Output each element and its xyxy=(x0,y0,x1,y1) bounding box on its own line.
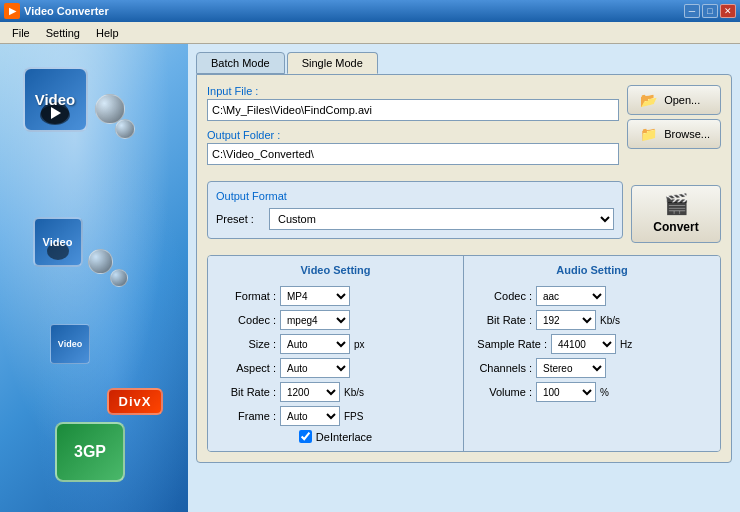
sidebar-video-icon-mid: Video xyxy=(30,214,85,269)
disc-icon-2 xyxy=(115,119,135,139)
video-frame-row: Frame : Auto242530 FPS xyxy=(216,406,455,426)
audio-channels-label: Channels : xyxy=(472,362,532,374)
menu-setting[interactable]: Setting xyxy=(38,25,88,41)
menu-file[interactable]: File xyxy=(4,25,38,41)
audio-bitrate-select[interactable]: 192128256320 xyxy=(536,310,596,330)
open-button[interactable]: 📂 Open... xyxy=(627,85,721,115)
audio-volume-row: Volume : 10080120 % xyxy=(472,382,712,402)
audio-bitrate-row: Bit Rate : 192128256320 Kb/s xyxy=(472,310,712,330)
app-icon: ▶ xyxy=(4,3,20,19)
video-format-label: Format : xyxy=(216,290,276,302)
preset-row: Preset : Custom DVD VCD AVI MP4 3GP xyxy=(216,208,614,230)
browse-button[interactable]: 📁 Browse... xyxy=(627,119,721,149)
audio-codec-select[interactable]: aacmp3wma xyxy=(536,286,606,306)
window-title: Video Converter xyxy=(24,5,109,17)
video-size-select[interactable]: Auto320x240640x480 xyxy=(280,334,350,354)
open-icon: 📂 xyxy=(638,90,658,110)
top-inputs: Input File : Output Folder : xyxy=(207,85,619,173)
audio-channels-select[interactable]: StereoMono xyxy=(536,358,606,378)
audio-codec-label: Codec : xyxy=(472,290,532,302)
sidebar-video-icon-small: Video xyxy=(50,324,90,364)
output-format-section: Output Format Preset : Custom DVD VCD AV… xyxy=(207,181,623,239)
audio-volume-label: Volume : xyxy=(472,386,532,398)
input-file-group: Input File : xyxy=(207,85,619,121)
convert-icon: 🎬 xyxy=(666,194,686,214)
video-frame-label: Frame : xyxy=(216,410,276,422)
output-folder-label: Output Folder : xyxy=(207,129,619,141)
video-format-select[interactable]: MP4AVIMOVWMV xyxy=(280,286,350,306)
video-frame-unit: FPS xyxy=(344,411,363,422)
video-codec-select[interactable]: mpeg4xviddivxh264 xyxy=(280,310,350,330)
preset-select[interactable]: Custom DVD VCD AVI MP4 3GP xyxy=(269,208,614,230)
output-folder-group: Output Folder : xyxy=(207,129,619,165)
video-aspect-row: Aspect : Auto4:316:9 xyxy=(216,358,455,378)
settings-grid: Video Setting Format : MP4AVIMOVWMV Code… xyxy=(207,255,721,452)
sidebar: Video Video Video DivX 3G xyxy=(0,44,188,512)
video-settings-col: Video Setting Format : MP4AVIMOVWMV Code… xyxy=(208,256,464,451)
input-file-label: Input File : xyxy=(207,85,619,97)
audio-sample-unit: Hz xyxy=(620,339,632,350)
tab-batch-mode[interactable]: Batch Mode xyxy=(196,52,285,74)
output-folder-field[interactable] xyxy=(207,143,619,165)
top-buttons: 📂 Open... 📁 Browse... xyxy=(627,85,721,173)
deinterlace-row: DeInterlace xyxy=(216,430,455,443)
convert-btn-container: 🎬 Convert xyxy=(631,181,721,247)
audio-bitrate-unit: Kb/s xyxy=(600,315,620,326)
audio-codec-row: Codec : aacmp3wma xyxy=(472,286,712,306)
video-codec-row: Codec : mpeg4xviddivxh264 xyxy=(216,310,455,330)
video-aspect-label: Aspect : xyxy=(216,362,276,374)
audio-volume-unit: % xyxy=(600,387,609,398)
audio-sample-row: Sample Rate : 441002205048000 Hz xyxy=(472,334,712,354)
main-panel: Input File : Output Folder : 📂 Open... xyxy=(196,74,732,463)
video-settings-title: Video Setting xyxy=(216,264,455,280)
video-codec-label: Codec : xyxy=(216,314,276,326)
video-bitrate-label: Bit Rate : xyxy=(216,386,276,398)
output-format-title: Output Format xyxy=(216,190,614,202)
sidebar-video-icon-top: Video xyxy=(20,64,90,134)
audio-bitrate-label: Bit Rate : xyxy=(472,314,532,326)
minimize-button[interactable]: ─ xyxy=(684,4,700,18)
menu-bar: File Setting Help xyxy=(0,22,740,44)
tab-bar: Batch Mode Single Mode xyxy=(196,52,732,74)
convert-button[interactable]: 🎬 Convert xyxy=(631,185,721,243)
video-size-row: Size : Auto320x240640x480 px xyxy=(216,334,455,354)
video-aspect-select[interactable]: Auto4:316:9 xyxy=(280,358,350,378)
menu-help[interactable]: Help xyxy=(88,25,127,41)
audio-sample-label: Sample Rate : xyxy=(472,338,547,350)
sidebar-3gp-icon: 3GP xyxy=(50,412,130,492)
close-button[interactable]: ✕ xyxy=(720,4,736,18)
deinterlace-label: DeInterlace xyxy=(316,431,372,443)
audio-volume-select[interactable]: 10080120 xyxy=(536,382,596,402)
video-size-label: Size : xyxy=(216,338,276,350)
preset-label: Preset : xyxy=(216,213,261,225)
disc-icon-4 xyxy=(110,269,128,287)
video-format-row: Format : MP4AVIMOVWMV xyxy=(216,286,455,306)
audio-channels-row: Channels : StereoMono xyxy=(472,358,712,378)
video-bitrate-row: Bit Rate : 120080015002000 Kb/s xyxy=(216,382,455,402)
audio-settings-col: Audio Setting Codec : aacmp3wma Bit Rate… xyxy=(464,256,720,451)
deinterlace-checkbox[interactable] xyxy=(299,430,312,443)
video-frame-select[interactable]: Auto242530 xyxy=(280,406,340,426)
tab-single-mode[interactable]: Single Mode xyxy=(287,52,378,74)
maximize-button[interactable]: □ xyxy=(702,4,718,18)
video-bitrate-select[interactable]: 120080015002000 xyxy=(280,382,340,402)
audio-sample-select[interactable]: 441002205048000 xyxy=(551,334,616,354)
video-bitrate-unit: Kb/s xyxy=(344,387,364,398)
title-bar: ▶ Video Converter ─ □ ✕ xyxy=(0,0,740,22)
format-convert-row: Output Format Preset : Custom DVD VCD AV… xyxy=(207,181,721,247)
disc-icon-3 xyxy=(88,249,113,274)
content-area: Batch Mode Single Mode Input File : Outp… xyxy=(188,44,740,512)
browse-icon: 📁 xyxy=(638,124,658,144)
audio-settings-title: Audio Setting xyxy=(472,264,712,280)
video-size-unit: px xyxy=(354,339,365,350)
input-file-field[interactable] xyxy=(207,99,619,121)
